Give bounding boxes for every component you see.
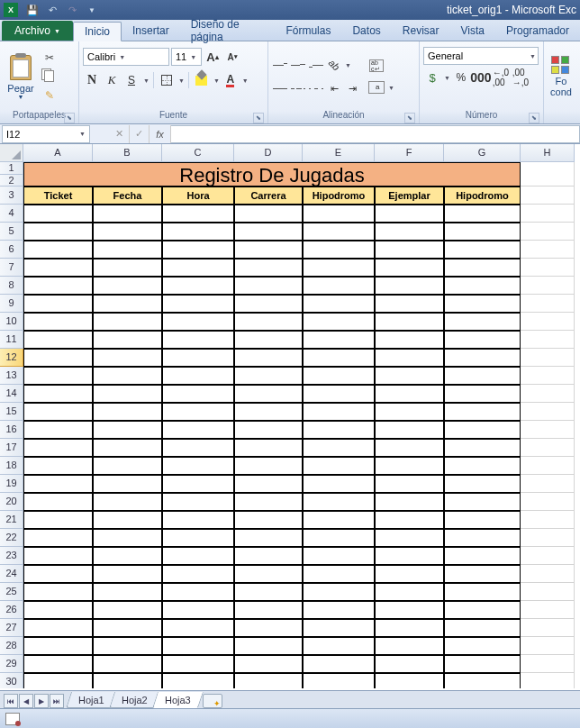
table-cell[interactable] <box>234 637 303 655</box>
qat-dropdown-icon[interactable]: ▼ <box>85 3 99 17</box>
row-header[interactable]: 14 <box>0 385 23 403</box>
decrease-decimal-button[interactable]: ,00→,0 <box>512 68 530 86</box>
table-cell[interactable] <box>23 637 93 655</box>
table-cell[interactable] <box>234 367 303 385</box>
column-header[interactable]: F <box>375 144 444 162</box>
table-cell[interactable] <box>375 205 444 223</box>
table-cell[interactable] <box>93 439 162 457</box>
row-header[interactable]: 4 <box>0 205 23 223</box>
table-cell[interactable] <box>162 277 234 295</box>
font-name-combo[interactable]: Calibri▼ <box>83 48 169 66</box>
decrease-indent-button[interactable]: ⇤ <box>326 80 342 96</box>
table-cell[interactable] <box>375 241 444 259</box>
table-cell[interactable] <box>234 457 303 475</box>
table-cell[interactable] <box>23 673 93 688</box>
chevron-down-icon[interactable]: ▼ <box>178 77 185 84</box>
cut-icon[interactable]: ✂ <box>41 50 58 66</box>
table-cell[interactable] <box>375 511 444 529</box>
table-cell[interactable] <box>162 259 234 277</box>
table-cell[interactable] <box>93 385 162 403</box>
table-cell[interactable] <box>303 655 375 673</box>
table-cell[interactable] <box>375 313 444 331</box>
table-cell[interactable] <box>93 511 162 529</box>
align-right-button[interactable] <box>308 80 324 96</box>
merge-center-button[interactable] <box>367 78 385 96</box>
table-cell[interactable] <box>444 655 521 673</box>
table-cell[interactable] <box>162 439 234 457</box>
table-cell[interactable] <box>303 241 375 259</box>
row-header[interactable]: 25 <box>0 583 23 601</box>
copy-button[interactable] <box>41 68 58 85</box>
table-cell[interactable] <box>23 205 93 223</box>
table-cell[interactable] <box>303 583 375 601</box>
table-cell[interactable] <box>162 511 234 529</box>
table-cell[interactable] <box>162 493 234 511</box>
save-icon[interactable]: 💾 <box>25 3 40 17</box>
table-header-cell[interactable]: Ticket <box>23 187 93 205</box>
table-cell[interactable] <box>303 349 375 367</box>
table-cell[interactable] <box>234 331 303 349</box>
table-header-cell[interactable]: Fecha <box>93 187 162 205</box>
table-cell[interactable] <box>93 601 162 619</box>
table-cell[interactable] <box>162 673 234 688</box>
table-cell[interactable] <box>162 601 234 619</box>
table-cell[interactable] <box>303 493 375 511</box>
fill-color-button[interactable] <box>193 71 211 89</box>
table-cell[interactable] <box>234 601 303 619</box>
table-cell[interactable] <box>162 565 234 583</box>
table-cell[interactable] <box>23 457 93 475</box>
table-cell[interactable] <box>444 565 521 583</box>
table-cell[interactable] <box>234 493 303 511</box>
table-cell[interactable] <box>303 421 375 439</box>
table-cell[interactable] <box>234 673 303 688</box>
font-color-button[interactable]: A <box>222 71 240 89</box>
row-header[interactable]: 24 <box>0 565 23 583</box>
sheet-nav-next-icon[interactable]: ▶ <box>34 694 49 708</box>
sheet-title-cell[interactable]: Registro De Jugadas <box>23 162 521 187</box>
table-cell[interactable] <box>234 529 303 547</box>
grow-font-button[interactable]: A▴ <box>204 48 222 66</box>
table-cell[interactable] <box>375 277 444 295</box>
macro-record-icon[interactable] <box>5 713 20 725</box>
table-cell[interactable] <box>375 259 444 277</box>
table-cell[interactable] <box>23 493 93 511</box>
undo-icon[interactable]: ↶ <box>45 3 59 17</box>
shrink-font-button[interactable]: A▾ <box>223 48 241 66</box>
table-cell[interactable] <box>93 205 162 223</box>
table-cell[interactable] <box>162 313 234 331</box>
table-cell[interactable] <box>375 349 444 367</box>
table-cell[interactable] <box>162 529 234 547</box>
table-cell[interactable] <box>444 331 521 349</box>
row-header[interactable]: 13 <box>0 367 23 385</box>
table-cell[interactable] <box>444 313 521 331</box>
table-cell[interactable] <box>162 349 234 367</box>
dialog-launcher-icon[interactable]: ⬊ <box>529 113 539 123</box>
table-cell[interactable] <box>234 223 303 241</box>
column-header[interactable]: E <box>303 144 375 162</box>
tab-revisar[interactable]: Revisar <box>392 21 450 41</box>
align-center-button[interactable] <box>290 80 306 96</box>
row-header[interactable]: 26 <box>0 601 23 619</box>
row-header[interactable]: 20 <box>0 493 23 511</box>
table-header-cell[interactable]: Ejemplar <box>375 187 444 205</box>
table-cell[interactable] <box>23 241 93 259</box>
row-header[interactable]: 30 <box>0 673 23 688</box>
dialog-launcher-icon[interactable]: ⬊ <box>404 113 415 123</box>
table-cell[interactable] <box>303 457 375 475</box>
align-top-button[interactable] <box>272 57 288 73</box>
table-cell[interactable] <box>23 511 93 529</box>
orientation-button[interactable]: ab <box>326 57 342 73</box>
table-cell[interactable] <box>23 295 93 313</box>
table-cell[interactable] <box>234 583 303 601</box>
table-cell[interactable] <box>162 367 234 385</box>
chevron-down-icon[interactable]: ▼ <box>388 85 394 91</box>
table-cell[interactable] <box>444 637 521 655</box>
wrap-text-button[interactable] <box>367 57 385 75</box>
sheet-tab-hoja3[interactable]: Hoja3 <box>152 692 204 708</box>
table-cell[interactable] <box>234 259 303 277</box>
table-cell[interactable] <box>162 619 234 637</box>
tab-datos[interactable]: Datos <box>341 21 391 41</box>
table-cell[interactable] <box>93 277 162 295</box>
align-left-button[interactable] <box>272 80 288 96</box>
sheet-nav-prev-icon[interactable]: ◀ <box>19 694 33 708</box>
